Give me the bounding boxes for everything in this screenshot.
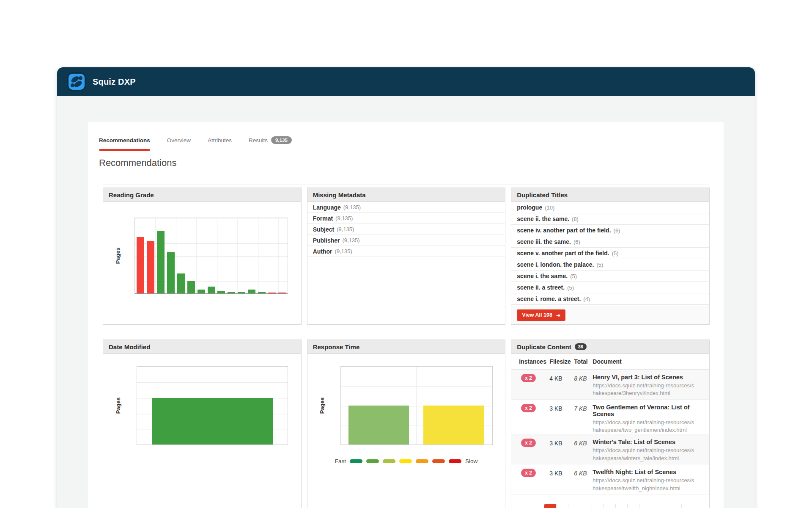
missing-metadata-item[interactable]: Language(9,135) [307, 202, 505, 213]
reading-grade-bar [217, 291, 225, 293]
duplicated-titles-footer: View All 108 ➔ [511, 306, 709, 324]
reading-grade-bar [177, 273, 185, 293]
date-modified-y-axis-label: Pages [115, 398, 121, 414]
duplicated-title-item[interactable]: scene ii. a street.(5) [511, 282, 709, 293]
document-cell: Winter's Tale: List of Sceneshttps://doc… [593, 439, 704, 462]
document-cell: Twelfth Night: List of Sceneshttps://doc… [593, 469, 704, 492]
page-button-4[interactable]: 4 [580, 504, 592, 508]
column-header-instances: Instances [519, 358, 549, 365]
duplicate-content-column-headers: InstancesFilesizeTotalDocument [511, 354, 709, 370]
tab-recommendations[interactable]: Recommendations [99, 136, 150, 150]
missing-metadata-item[interactable]: Subject(9,135) [307, 224, 505, 235]
duplicated-title-item[interactable]: prologue(10) [511, 202, 709, 213]
response-time-chart: Pages Fast Slow [307, 354, 505, 508]
reading-grade-bar [258, 292, 266, 293]
page-button-1[interactable]: 1 [544, 504, 557, 508]
page-button-5[interactable]: 5 [592, 504, 604, 508]
duplicated-title-item-count: (6) [573, 239, 580, 245]
app-header: Squiz DXP [57, 67, 755, 96]
panel-missing-metadata: Missing Metadata Language(9,135)Format(9… [307, 188, 506, 325]
table-row: x 23 KB6 KBTwelfth Night: List of Scenes… [511, 464, 709, 494]
page-button-3[interactable]: 3 [568, 504, 580, 508]
missing-metadata-item-count: (9,135) [335, 215, 353, 221]
tab-label: Attributes [208, 137, 232, 144]
duplicated-title-item-label: scene iv. another part of the field. [517, 227, 611, 234]
missing-metadata-item[interactable]: Format(9,135) [307, 213, 505, 224]
table-row: x 23 KB7 KBTwo Gentlemen of Verona: List… [511, 400, 709, 434]
panel-reading-grade-title: Reading Grade [103, 188, 301, 202]
view-all-label: View All 108 [522, 312, 552, 318]
page-button-8[interactable]: 8 [627, 504, 639, 508]
duplicated-title-item[interactable]: scene i. the same.(5) [511, 271, 709, 282]
section-divider [103, 185, 709, 185]
duplicated-title-item-count: (6) [614, 227, 620, 234]
duplicated-title-item-count: (5) [612, 250, 619, 257]
instances-cell: x 2 [519, 374, 549, 382]
reading-grade-y-axis-label: Pages [115, 248, 121, 264]
duplicated-title-item[interactable]: scene v. another part of the field.(5) [511, 248, 709, 259]
panel-duplicate-content: Duplicate Content 36 InstancesFilesizeTo… [511, 340, 710, 508]
reading-grade-bar [137, 237, 144, 293]
document-title-link[interactable]: Two Gentlemen of Verona: List of Scenes [593, 404, 704, 417]
duplicated-title-item-count: (5) [570, 273, 577, 279]
missing-metadata-item-label: Format [313, 215, 333, 222]
duplicated-title-item-count: (5) [567, 284, 574, 291]
page-button-2[interactable]: 2 [556, 504, 568, 508]
arrow-right-icon: ➔ [556, 312, 560, 318]
reading-grade-bar [157, 231, 165, 293]
panel-response-time: Response Time Pages Fast Slow [307, 340, 506, 508]
page-button-7[interactable]: 7 [615, 504, 628, 508]
tab-results[interactable]: Results9,135 [249, 136, 292, 150]
page-button-9[interactable]: 9 [639, 504, 651, 508]
legend-color-swatch [449, 459, 461, 463]
table-row: x 23 KB6 KBWinter's Tale: List of Scenes… [511, 434, 709, 464]
page-button-6[interactable]: 6 [604, 504, 616, 508]
missing-metadata-list: Language(9,135)Format(9,135)Subject(9,13… [307, 202, 505, 324]
duplicated-titles-body: prologue(10)scene ii. the same.(8)scene … [511, 202, 709, 324]
tab-overview[interactable]: Overview [167, 136, 191, 150]
document-title-link[interactable]: Twelfth Night: List of Scenes [593, 469, 704, 475]
table-row: x 24 KB8 KBHenry VI, part 3: List of Sce… [511, 370, 709, 400]
duplicated-title-item[interactable]: scene iv. another part of the field.(6) [511, 225, 709, 236]
response-time-bar [423, 406, 484, 444]
duplicated-title-item[interactable]: scene ii. the same.(8) [511, 213, 709, 225]
duplicated-title-item[interactable]: scene i. rome. a street.(4) [511, 293, 709, 305]
instances-cell: x 2 [519, 469, 549, 477]
duplicate-content-count-badge: 36 [575, 343, 587, 350]
view-all-button[interactable]: View All 108 ➔ [517, 309, 565, 321]
duplicated-title-item[interactable]: scene i. london. the palace.(5) [511, 259, 709, 271]
tab-label: Overview [167, 137, 191, 144]
missing-metadata-item-count: (9,135) [342, 237, 359, 243]
instances-badge: x 2 [521, 439, 536, 447]
duplicated-title-item-count: (5) [596, 262, 603, 268]
duplicated-title-item[interactable]: scene iii. the same.(6) [511, 236, 709, 248]
response-time-bar [348, 406, 409, 444]
document-title-link[interactable]: Henry VI, part 3: List of Scenes [593, 374, 704, 381]
missing-metadata-item-label: Subject [313, 226, 335, 233]
duplicated-titles-list: prologue(10)scene ii. the same.(8)scene … [511, 202, 709, 305]
duplicated-title-item-label: scene ii. a street. [517, 284, 565, 291]
filesize-cell: 3 KB [549, 404, 574, 412]
document-title-link[interactable]: Winter's Tale: List of Scenes [593, 439, 704, 445]
reading-grade-chart: Pages [103, 202, 301, 324]
next-page-button[interactable]: Next❯ [651, 504, 682, 508]
panel-duplicated-titles-title: Duplicated Titles [511, 188, 709, 202]
instances-badge: x 2 [521, 374, 536, 382]
duplicated-title-item-label: scene i. london. the palace. [517, 261, 594, 268]
reading-grade-bar [228, 292, 235, 293]
date-modified-bar [152, 398, 273, 444]
duplicated-title-item-count: (4) [583, 296, 590, 302]
tab-attributes[interactable]: Attributes [208, 136, 232, 150]
tabs: RecommendationsOverviewAttributesResults… [99, 136, 713, 150]
missing-metadata-item-label: Language [313, 204, 341, 211]
missing-metadata-item[interactable]: Publisher(9,135) [307, 235, 505, 246]
total-cell: 6 KB [574, 439, 593, 447]
total-cell: 7 KB [574, 404, 593, 412]
missing-metadata-item[interactable]: Author(9,135) [307, 246, 505, 257]
reading-grade-bar [238, 292, 245, 293]
legend-color-swatch [350, 459, 362, 463]
reading-grade-bar [167, 252, 175, 293]
duplicated-title-item-label: scene i. the same. [517, 273, 568, 279]
duplicated-title-item-label: scene iii. the same. [517, 238, 571, 245]
response-time-plot [340, 366, 493, 445]
